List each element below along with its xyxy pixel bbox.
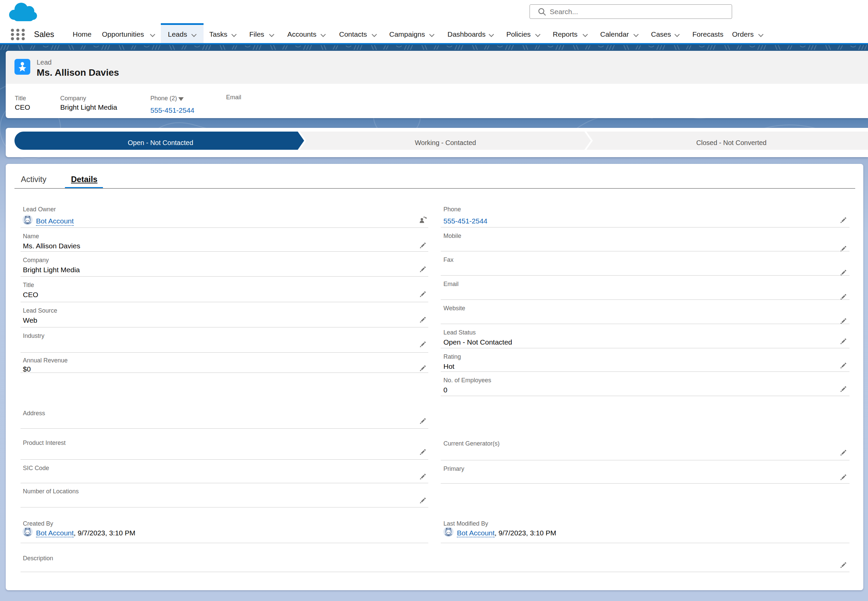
- svg-text:Working - Contacted: Working - Contacted: [415, 139, 476, 146]
- svg-text:Closed - Not Converted: Closed - Not Converted: [696, 139, 767, 146]
- svg-text:Open - Not Contacted: Open - Not Contacted: [128, 139, 193, 146]
